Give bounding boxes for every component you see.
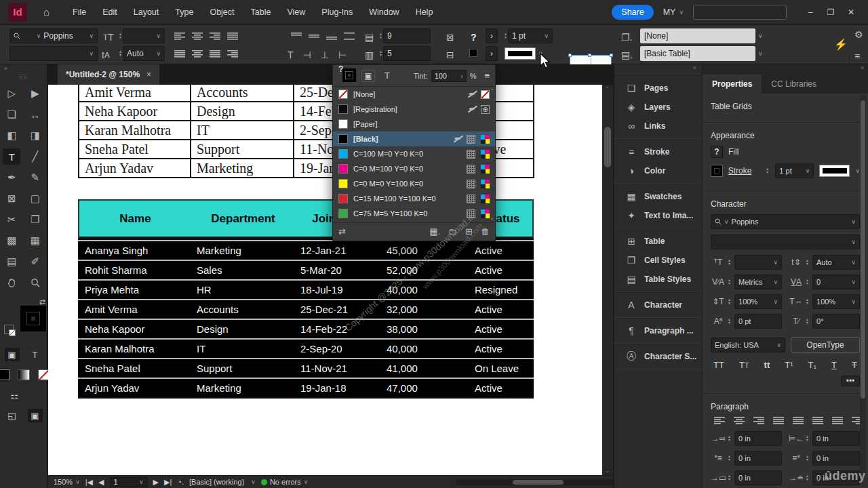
table-cell[interactable]: Design <box>190 320 294 338</box>
swatch-row[interactable]: C=15 M=100 Y=100 K=0 <box>333 191 495 206</box>
collapse-left-icon[interactable]: « <box>4 65 7 72</box>
type-tool[interactable]: T <box>3 148 20 165</box>
table-cell[interactable]: Sneha Patel <box>78 359 190 378</box>
panel-menu-icon[interactable]: ≡ <box>854 49 860 64</box>
swatch-row[interactable]: C=0 M=100 Y=0 K=0 <box>333 161 495 176</box>
align-center-icon[interactable] <box>189 33 206 43</box>
gradient-feather-tool[interactable]: ▦ <box>26 232 44 249</box>
expand-properties-icon[interactable]: » <box>861 64 864 71</box>
dock-item-links[interactable]: ∞ Links <box>614 117 702 136</box>
preflight-icon[interactable]: ◔. <box>177 478 184 486</box>
text-rotate-0-icon[interactable]: T <box>288 50 294 60</box>
dock-item-paragraph[interactable]: ¶ Paragraph ... <box>614 321 702 340</box>
para-align-justify-center-icon[interactable] <box>789 417 807 427</box>
dock-item-layers[interactable]: ◈ Layers <box>614 98 702 117</box>
vertical-scrollbar[interactable]: ⌃⌄ <box>602 85 613 475</box>
screen-mode-preview-button[interactable]: ▣ <box>28 409 43 422</box>
menu-view[interactable]: View <box>279 5 313 20</box>
zoom-level-combo[interactable]: 150%∨ <box>54 478 80 486</box>
collapse-dock-icon[interactable]: « <box>693 64 696 71</box>
table-cell[interactable]: Rohit Sharma <box>78 261 190 279</box>
table-cell[interactable]: Karan Malhotra <box>78 340 190 358</box>
pen-tool[interactable]: ✒ <box>3 169 20 186</box>
stroke-weight-combo-props[interactable]: 1 pt∨ <box>775 163 814 178</box>
table-cell[interactable]: Priya Mehta <box>78 281 190 299</box>
scroll-down-icon[interactable]: ⌄ <box>605 468 610 474</box>
page-number-combo[interactable]: 1∨ <box>110 477 148 487</box>
stroke-swatch[interactable] <box>711 165 723 177</box>
table-cell[interactable]: Support <box>190 140 293 158</box>
table-cell[interactable]: Active <box>468 379 534 397</box>
opentype-button[interactable]: OpenType <box>791 337 860 353</box>
table-cell[interactable]: 40,000 <box>380 340 468 358</box>
frame-tool[interactable]: ⊠ <box>3 190 20 207</box>
space-before-field[interactable]: 0 in <box>734 470 782 485</box>
previous-page-button[interactable]: ◀ <box>98 478 104 487</box>
menu-table[interactable]: Table <box>243 5 279 20</box>
table-cell[interactable]: Accounts <box>190 85 293 101</box>
font-size-field[interactable]: ∨ <box>734 255 782 270</box>
text-rotate-270-icon[interactable]: ⊢ <box>338 50 347 60</box>
table-row[interactable]: Neha KapoorDesign14-Feb-2238,000Active <box>78 319 534 338</box>
content-placer-tool[interactable]: ◨ <box>26 127 44 144</box>
table-row[interactable]: Arjun YadavMarketing19-Jan-1847,000Activ… <box>78 378 534 397</box>
para-align-left-icon[interactable] <box>711 417 728 427</box>
table-cell[interactable]: Accounts <box>190 300 294 319</box>
small-caps-button[interactable]: TT <box>739 360 749 370</box>
tab-cc-libraries[interactable]: CC Libraries <box>762 75 826 94</box>
table-cell[interactable]: Marketing <box>190 159 293 177</box>
table-cell[interactable]: Arjun Yadav <box>78 379 190 397</box>
tint-field[interactable]: 100› <box>431 70 467 82</box>
formatting-affects-container-button[interactable]: ▣ <box>5 348 20 361</box>
default-fill-stroke-icon[interactable] <box>4 325 14 334</box>
dock-item-text-to-ima[interactable]: ✦ Text to Ima... <box>614 206 702 225</box>
scroll-up-icon[interactable]: ⌃ <box>605 86 610 92</box>
horizontal-scrollbar[interactable] <box>455 479 631 485</box>
table-row[interactable]: Sneha PatelSupport11-Nov-2141,000On Leav… <box>78 358 534 378</box>
para-align-justify-right-icon[interactable] <box>809 417 827 427</box>
table-cell[interactable]: 41,000 <box>380 359 468 378</box>
align-justify-center-icon[interactable] <box>171 50 189 60</box>
table-cell[interactable]: Active <box>468 261 534 279</box>
swatches-panel-menu-icon[interactable]: ≡ <box>484 70 490 81</box>
text-rotate-90-icon[interactable]: ⊣ <box>303 50 311 60</box>
content-collector-tool[interactable]: ◧ <box>3 127 20 144</box>
para-align-center-icon[interactable] <box>730 417 748 427</box>
preflight-status[interactable]: No errors∨ <box>261 478 308 486</box>
table-cell[interactable]: Amit Verma <box>79 85 190 101</box>
new-color-group-icon[interactable]: 🗀 <box>448 226 457 237</box>
first-line-indent-field[interactable]: 0 in <box>734 451 782 466</box>
baseline-shift-field[interactable]: 0 pt <box>734 314 782 329</box>
fill-unknown-icon[interactable]: ? <box>471 30 477 45</box>
table-cell[interactable]: Amit Verma <box>78 300 190 319</box>
align-justify-all-icon[interactable] <box>206 50 224 60</box>
unmerge-cells-icon[interactable]: ⊟ <box>446 47 454 62</box>
subscript-button[interactable]: T₁ <box>808 360 816 370</box>
kerning-field[interactable]: Metrics∨ <box>734 274 782 289</box>
table-cell[interactable]: 40,000 <box>380 281 468 299</box>
dock-item-stroke[interactable]: ≡ Stroke <box>614 142 702 161</box>
cell-style-combo[interactable]: [None] <box>640 28 755 43</box>
table-cell[interactable]: Neha Kapoor <box>78 320 190 338</box>
first-page-button[interactable]: |◀ <box>85 478 93 487</box>
menu-window[interactable]: Window <box>361 5 407 20</box>
titlebar-search-input[interactable] <box>693 5 787 20</box>
font-search-combo[interactable]: ∨Poppins∨ <box>9 28 98 43</box>
preflight-profile-combo[interactable]: [Basic] (working)∨ <box>189 478 256 486</box>
table-cell[interactable]: 52,000 <box>380 261 468 279</box>
lowercase-button[interactable]: tt <box>764 360 770 370</box>
table-cell[interactable]: 11-Nov-21 <box>294 359 380 378</box>
stroke-color-chip[interactable] <box>469 49 477 57</box>
para-align-right-icon[interactable] <box>750 417 768 427</box>
table-cell[interactable]: Active <box>468 300 534 319</box>
table-cell[interactable]: 38,000 <box>380 320 468 338</box>
scissors-tool[interactable]: ✂ <box>3 211 20 228</box>
dock-item-swatches[interactable]: ▦ Swatches <box>614 187 702 206</box>
swatch-row[interactable]: [None] ✒ <box>333 87 495 102</box>
char-style-combo[interactable]: ∨ <box>711 235 860 249</box>
new-swatch-icon[interactable]: ⊞ <box>465 226 473 237</box>
line-tool[interactable]: ╱ <box>26 148 44 165</box>
last-line-indent-field[interactable]: 0 in <box>812 451 860 466</box>
panel-grip[interactable]: ⣿⣿ <box>0 74 47 80</box>
restore-button[interactable]: ❐ <box>821 7 841 17</box>
